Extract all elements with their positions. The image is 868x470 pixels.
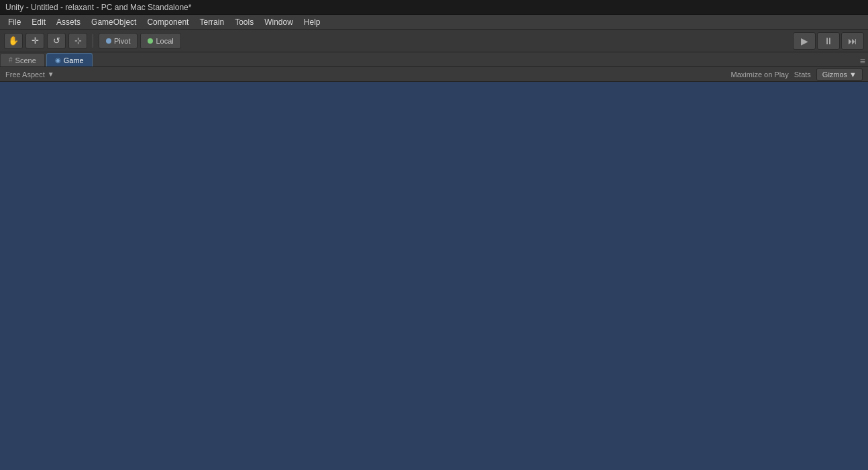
pivot-icon — [106, 38, 111, 44]
pause-button[interactable]: ⏸ — [817, 32, 840, 50]
stats-button[interactable]: Stats — [794, 70, 811, 79]
toolbar: ✋ ✛ ↺ ⊹ Pivot Local ▶ ⏸ ⏭ — [0, 30, 868, 52]
scene-tab-label: Scene — [15, 56, 36, 64]
scene-toolbar: Free Aspect ▼ Maximize on Play Stats Giz… — [0, 67, 868, 82]
menu-help[interactable]: Help — [299, 16, 326, 28]
scale-tool-button[interactable]: ⊹ — [68, 33, 87, 49]
tabs-bar: # Scene ◉ Game ≡ — [0, 52, 868, 67]
menu-file[interactable]: File — [3, 16, 26, 28]
move-tool-button[interactable]: ✛ — [25, 33, 44, 49]
viewport — [0, 82, 868, 470]
pivot-toggle-button[interactable]: Pivot — [99, 33, 138, 49]
free-aspect-label: Free Aspect — [5, 70, 45, 79]
maximize-on-play-button[interactable]: Maximize on Play — [731, 70, 789, 79]
play-controls: ▶ ⏸ ⏭ — [793, 32, 864, 50]
title-bar-text: Unity - Untitled - relaxant - PC and Mac… — [5, 3, 191, 12]
menu-tools[interactable]: Tools — [229, 16, 259, 28]
menu-assets[interactable]: Assets — [51, 16, 86, 28]
gizmos-arrow-icon: ▼ — [849, 70, 857, 79]
local-label: Local — [156, 37, 173, 45]
hand-tool-button[interactable]: ✋ — [4, 33, 23, 49]
menu-edit[interactable]: Edit — [26, 16, 51, 28]
menu-bar: File Edit Assets GameObject Component Te… — [0, 15, 868, 30]
title-bar: Unity - Untitled - relaxant - PC and Mac… — [0, 0, 868, 15]
tabs-menu-button[interactable]: ≡ — [860, 56, 865, 66]
local-icon — [148, 38, 153, 44]
toolbar-separator-1 — [93, 34, 93, 48]
play-button[interactable]: ▶ — [793, 32, 816, 50]
pivot-label: Pivot — [114, 37, 130, 45]
aspect-dropdown[interactable]: Free Aspect ▼ — [5, 70, 54, 79]
menu-component[interactable]: Component — [142, 16, 194, 28]
gizmos-label: Gizmos — [822, 70, 847, 79]
scene-tab-icon: # — [9, 56, 13, 64]
game-tab-icon: ◉ — [55, 56, 61, 64]
menu-gameobject[interactable]: GameObject — [86, 16, 142, 28]
step-button[interactable]: ⏭ — [841, 32, 864, 50]
menu-terrain[interactable]: Terrain — [194, 16, 229, 28]
gizmos-button[interactable]: Gizmos ▼ — [816, 68, 863, 81]
rotate-tool-button[interactable]: ↺ — [47, 33, 66, 49]
tab-game[interactable]: ◉ Game — [46, 53, 93, 66]
local-toggle-button[interactable]: Local — [140, 33, 180, 49]
game-tab-label: Game — [64, 56, 84, 64]
aspect-dropdown-arrow: ▼ — [48, 70, 54, 78]
menu-window[interactable]: Window — [259, 16, 299, 28]
tab-scene[interactable]: # Scene — [0, 53, 45, 66]
scene-toolbar-right: Maximize on Play Stats Gizmos ▼ — [731, 68, 863, 81]
